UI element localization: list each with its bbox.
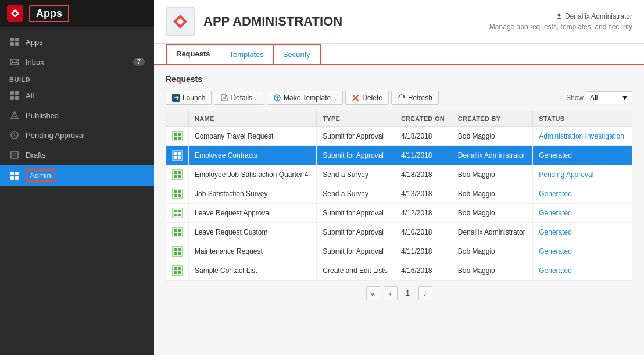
row-status[interactable]: Generated (533, 204, 632, 223)
row-type: Submit for Approval (317, 146, 395, 165)
row-created-on: 4/11/2018 (395, 242, 452, 261)
make-template-button[interactable]: Make Template... (267, 91, 343, 105)
user-info: Denallix Administrator (489, 12, 632, 20)
first-page-button[interactable]: « (366, 286, 380, 300)
sidebar-item-pending[interactable]: Pending Approval (0, 125, 154, 145)
svg-rect-55 (178, 248, 181, 251)
details-button[interactable]: Details... (214, 91, 264, 105)
sidebar-item-admin[interactable]: Admin (0, 165, 154, 186)
svg-rect-58 (174, 267, 177, 270)
page-title: APP ADMINISTRATION (203, 14, 342, 29)
sidebar-item-apps[interactable]: Apps (0, 32, 154, 52)
status-link[interactable]: Generated (539, 228, 572, 236)
delete-icon (352, 94, 360, 102)
sidebar-item-all[interactable]: All (0, 86, 154, 105)
svg-rect-31 (178, 133, 181, 136)
sidebar-admin-label: Admin (26, 169, 55, 182)
svg-rect-45 (178, 194, 181, 197)
row-created-by: Bob Maggio (452, 204, 533, 223)
current-page: 1 (401, 286, 415, 300)
row-name: Leave Request Approval (189, 204, 317, 223)
table-row[interactable]: Job Satisfaction SurveySend a Survey4/13… (166, 184, 632, 204)
app-logo (7, 5, 23, 22)
col-name: NAME (189, 111, 317, 127)
section-title: Requests (166, 74, 632, 84)
svg-rect-1 (15, 38, 19, 41)
row-icon (172, 131, 183, 141)
svg-rect-32 (174, 137, 177, 140)
requests-table: NAME TYPE CREATED ON CREATED BY STATUS C… (166, 111, 632, 281)
row-icon (172, 227, 183, 237)
row-type: Send a Survey (317, 165, 395, 184)
svg-rect-16 (10, 172, 14, 175)
svg-rect-18 (10, 176, 14, 180)
row-type: Submit for Approval (317, 242, 395, 261)
tab-templates[interactable]: Templates (220, 45, 274, 64)
refresh-icon (398, 94, 406, 102)
row-icon (172, 150, 183, 161)
header-subtitle: Manage app requests, templates, and secu… (489, 23, 632, 31)
refresh-button[interactable]: Refresh (391, 91, 439, 105)
table-row[interactable]: Leave Request ApprovalSubmit for Approva… (166, 204, 632, 223)
apps-icon (9, 37, 20, 47)
tab-security[interactable]: Security (274, 45, 320, 64)
col-created-by: CREATED BY (452, 111, 533, 127)
table-row[interactable]: Sample Contact ListCreate and Edit Lists… (166, 261, 632, 281)
show-select[interactable]: All ▼ (586, 91, 632, 104)
row-status[interactable]: Administration Investigation (533, 127, 632, 146)
inbox-badge: 7 (133, 58, 145, 66)
sidebar-all-label: All (26, 91, 145, 100)
launch-button[interactable]: Launch (166, 91, 212, 105)
row-status[interactable]: Pending Approval (533, 165, 632, 184)
row-icon (172, 189, 183, 199)
delete-button[interactable]: Delete (345, 91, 389, 105)
table-row[interactable]: Company Travel RequestSubmit for Approva… (166, 127, 632, 146)
svg-rect-7 (10, 96, 14, 100)
toolbar: Launch Details... Make Template... (166, 91, 632, 105)
next-page-button[interactable]: › (418, 286, 432, 300)
svg-rect-47 (178, 210, 181, 212)
table-row[interactable]: Employee ContractsSubmit for Approval4/1… (166, 146, 632, 165)
header-left: APP ADMINISTRATION (166, 7, 342, 36)
tabs-wrapper: Requests Templates Security (166, 44, 321, 64)
status-link[interactable]: Generated (539, 247, 572, 255)
svg-rect-5 (10, 91, 14, 95)
svg-rect-37 (178, 156, 181, 159)
row-created-by: Denallix Administrator (452, 223, 533, 242)
row-status[interactable]: Generated (533, 261, 632, 281)
prev-page-button[interactable]: ‹ (384, 286, 398, 300)
svg-rect-54 (174, 248, 177, 251)
col-status: STATUS (533, 111, 632, 127)
status-link[interactable]: Generated (539, 267, 572, 275)
tab-requests[interactable]: Requests (167, 45, 220, 64)
tabs-bar: Requests Templates Security (154, 44, 644, 65)
table-row[interactable]: Employee Job Satisfaction Quarter 4Send … (166, 165, 632, 184)
sidebar-item-inbox[interactable]: Inbox 7 (0, 52, 154, 72)
sidebar-apps-label: Apps (26, 38, 145, 47)
status-link[interactable]: Generated (539, 190, 572, 198)
row-status[interactable]: Generated (533, 223, 632, 242)
table-row[interactable]: Leave Request CustomSubmit for Approval4… (166, 223, 632, 242)
svg-rect-50 (174, 229, 177, 232)
sidebar-item-drafts[interactable]: Drafts (0, 145, 154, 165)
table-row[interactable]: Maintenance RequestSubmit for Approval4/… (166, 242, 632, 261)
row-created-by: Bob Maggio (452, 165, 533, 184)
row-name: Company Travel Request (189, 127, 317, 146)
admin-icon (9, 171, 20, 181)
row-created-on: 4/13/2018 (395, 184, 452, 204)
svg-rect-30 (174, 133, 177, 136)
details-icon (220, 94, 228, 102)
row-status[interactable]: Generated (533, 242, 632, 261)
row-created-on: 4/18/2018 (395, 165, 452, 184)
svg-rect-57 (178, 252, 181, 255)
header-right: Denallix Administrator Manage app reques… (489, 12, 632, 31)
status-link[interactable]: Pending Approval (539, 171, 593, 179)
status-link[interactable]: Administration Investigation (539, 132, 624, 140)
sidebar-item-published[interactable]: Published (0, 105, 154, 125)
row-status[interactable]: Generated (533, 184, 632, 204)
svg-point-12 (14, 136, 15, 137)
status-link[interactable]: Generated (539, 209, 572, 217)
row-icon-cell (166, 127, 189, 146)
row-type: Submit for Approval (317, 204, 395, 223)
svg-rect-13 (11, 151, 18, 158)
